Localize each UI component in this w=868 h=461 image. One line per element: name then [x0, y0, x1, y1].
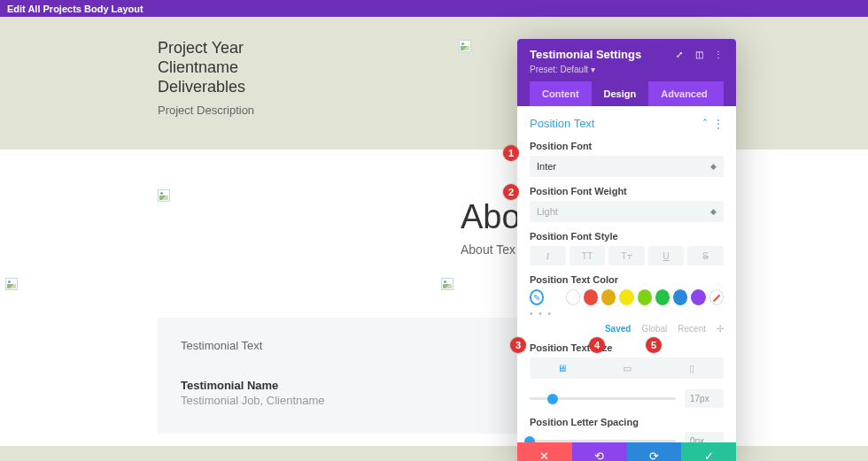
- palette-global[interactable]: Global: [641, 324, 667, 334]
- italic-button[interactable]: I: [530, 246, 566, 265]
- position-font-weight-select[interactable]: Light ◆: [530, 201, 724, 222]
- section-menu-icon[interactable]: ⋮: [713, 118, 724, 130]
- placeholder-image-icon: [441, 278, 453, 290]
- caret-icon: ◆: [710, 162, 717, 171]
- font-style-group: I TT Tᴛ U S: [530, 246, 724, 265]
- placeholder-image-icon: [5, 278, 18, 290]
- project-description: Project Description: [158, 104, 254, 117]
- section-toggle-position-text[interactable]: Position Text ˄ ⋮: [530, 117, 724, 130]
- project-year: Project Year: [158, 38, 254, 58]
- color-swatch-green[interactable]: [655, 289, 670, 305]
- redo-button[interactable]: ⟳: [627, 442, 682, 461]
- annotation-marker-3: 3: [510, 337, 526, 353]
- annotation-marker-1: 1: [503, 145, 519, 161]
- color-swatch-lime[interactable]: [638, 289, 652, 305]
- palette-recent[interactable]: Recent: [678, 324, 706, 334]
- panel-title: Testimonial Settings: [530, 48, 641, 61]
- undo-icon: ⟲: [594, 449, 604, 462]
- color-picker-button[interactable]: ✎: [530, 289, 544, 305]
- color-swatch-blue[interactable]: [673, 289, 687, 305]
- about-text: About Tex: [461, 242, 515, 257]
- color-swatch-yellow[interactable]: [619, 289, 633, 305]
- project-client: Clientname: [158, 58, 254, 77]
- palette-saved[interactable]: Saved: [605, 324, 631, 334]
- kebab-icon[interactable]: ⋮: [713, 50, 724, 60]
- device-desktop-button[interactable]: 🖥: [530, 357, 594, 379]
- project-hero-section: Project Year Clientname Deliverables Pro…: [0, 17, 868, 150]
- about-section: Abo About Tex ” Testimonial Text Testimo…: [0, 150, 868, 446]
- color-palette-tabs: Saved Global Recent ✢: [530, 324, 724, 334]
- text-size-slider-row: 17px: [530, 389, 724, 408]
- tab-content[interactable]: Content: [530, 81, 592, 106]
- uppercase-button[interactable]: TT: [570, 246, 606, 265]
- project-meta-block: Project Year Clientname Deliverables Pro…: [158, 38, 254, 117]
- letter-spacing-slider-row: 0px: [530, 432, 724, 442]
- topbar-title: Edit All Projects Body Layout: [7, 4, 143, 14]
- annotation-marker-5: 5: [646, 337, 662, 353]
- about-heading: Abo: [461, 198, 521, 236]
- color-swatch-white[interactable]: [566, 289, 580, 305]
- panel-footer: ✕ ⟲ ⟳ ✓: [517, 442, 736, 461]
- tab-design[interactable]: Design: [592, 81, 649, 106]
- color-swatch-red[interactable]: [584, 289, 598, 305]
- check-icon: ✓: [704, 449, 714, 462]
- position-font-select[interactable]: Inter ◆: [530, 156, 724, 177]
- slider-thumb[interactable]: [547, 394, 558, 404]
- device-phone-button[interactable]: ▯: [659, 357, 724, 379]
- desktop-icon: 🖥: [557, 363, 567, 373]
- columns-icon[interactable]: ◫: [694, 50, 704, 60]
- chevron-up-icon: ˄: [702, 118, 708, 130]
- annotation-marker-2: 2: [503, 184, 519, 200]
- label-position-letter-spacing: Position Letter Spacing: [530, 417, 724, 427]
- caret-icon: ◆: [710, 207, 717, 216]
- panel-header: Testimonial Settings ⤢ ◫ ⋮ Preset: Defau…: [517, 39, 736, 106]
- device-tablet-button[interactable]: ▭: [594, 357, 659, 379]
- strikethrough-button[interactable]: S: [687, 246, 724, 265]
- annotation-marker-4: 4: [589, 337, 605, 353]
- color-swatch-purple[interactable]: [691, 289, 705, 305]
- tablet-icon: ▭: [623, 363, 632, 374]
- color-swatch-orange[interactable]: [601, 289, 616, 305]
- top-bar: Edit All Projects Body Layout: [0, 0, 868, 17]
- color-swatch-black[interactable]: [547, 289, 562, 305]
- canvas: Project Year Clientname Deliverables Pro…: [0, 17, 868, 461]
- text-size-slider[interactable]: [530, 397, 676, 400]
- underline-button[interactable]: U: [648, 246, 685, 265]
- text-size-value[interactable]: 17px: [685, 389, 724, 408]
- label-position-text-size: Position Text Size: [530, 342, 724, 353]
- label-position-font-style: Position Font Style: [530, 231, 724, 242]
- label-position-font-weight: Position Font Weight: [530, 186, 724, 196]
- color-swatch-row: ✎: [530, 289, 724, 305]
- letter-spacing-slider[interactable]: [530, 440, 676, 442]
- smallcaps-button[interactable]: Tᴛ: [608, 246, 645, 265]
- close-icon: ✕: [539, 449, 549, 462]
- placeholder-image-icon: [158, 189, 170, 202]
- tab-advanced[interactable]: Advanced: [648, 81, 720, 106]
- redo-icon: ⟳: [649, 449, 659, 462]
- responsive-device-tabs: 🖥 ▭ ▯: [530, 357, 724, 379]
- label-position-font: Position Font: [530, 141, 724, 151]
- palette-settings-icon[interactable]: ✢: [717, 324, 724, 334]
- expand-icon[interactable]: ⤢: [674, 50, 685, 60]
- label-position-text-color: Position Text Color: [530, 274, 724, 285]
- more-colors-icon[interactable]: • • •: [530, 309, 724, 319]
- panel-body: Position Text ˄ ⋮ Position Font Inter ◆ …: [517, 106, 736, 442]
- project-deliverables: Deliverables: [158, 77, 254, 96]
- settings-panel: Testimonial Settings ⤢ ◫ ⋮ Preset: Defau…: [517, 39, 736, 461]
- phone-icon: ▯: [689, 363, 694, 374]
- close-button[interactable]: ✕: [517, 442, 572, 461]
- placeholder-image-icon: [459, 40, 471, 52]
- slider-thumb[interactable]: [524, 436, 535, 443]
- color-swatch-none[interactable]: [709, 289, 724, 305]
- save-button[interactable]: ✓: [681, 442, 736, 461]
- panel-tabs: Content Design Advanced: [530, 81, 724, 106]
- preset-selector[interactable]: Preset: Default ▾: [530, 65, 724, 81]
- undo-button[interactable]: ⟲: [572, 442, 627, 461]
- letter-spacing-value[interactable]: 0px: [685, 432, 724, 442]
